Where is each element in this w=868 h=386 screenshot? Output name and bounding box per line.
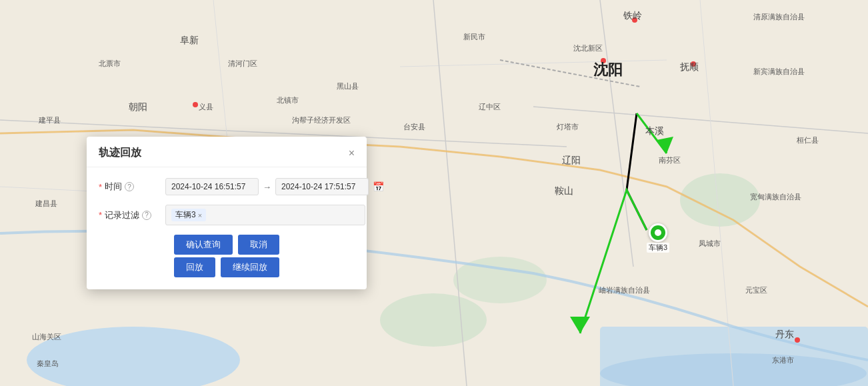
filter-tag-close[interactable]: × (198, 211, 202, 219)
calendar-icon[interactable]: 📅 (373, 181, 384, 192)
time-content: 2024-10-24 16:51:57 → 2024-10-24 17:51:5… (165, 178, 384, 195)
city-dot (691, 61, 696, 67)
filter-tag: 车辆3 × (171, 209, 206, 221)
cancel-button[interactable]: 取消 (238, 235, 279, 255)
btn-row-2: 回放 继续回放 (99, 257, 355, 277)
time-help-icon[interactable]: ? (125, 182, 134, 191)
vehicle-label: 车辆3 (647, 243, 669, 253)
filter-label-text: 记录过滤 (105, 209, 139, 221)
filter-content: 车辆3 × (165, 205, 365, 225)
time-end-input[interactable]: 2024-10-24 17:51:57 (275, 178, 369, 195)
confirm-query-button[interactable]: 确认查询 (174, 235, 233, 255)
svg-point-4 (380, 293, 487, 347)
filter-required-star: * (99, 210, 102, 220)
filter-input-box[interactable]: 车辆3 × (165, 205, 365, 225)
city-dot (795, 337, 800, 343)
dialog-header: 轨迹回放 × (87, 137, 367, 167)
vehicle-circle (649, 223, 667, 242)
time-label-text: 时间 (105, 181, 122, 193)
time-arrow: → (263, 182, 271, 192)
filter-tag-text: 车辆3 (175, 209, 196, 221)
dialog-close-button[interactable]: × (349, 148, 355, 159)
time-required-star: * (99, 182, 102, 192)
replay-button[interactable]: 回放 (174, 257, 215, 277)
time-label: * 时间 ? (99, 181, 165, 193)
filter-label: * 记录过滤 ? (99, 209, 165, 221)
dialog-body: * 时间 ? 2024-10-24 16:51:57 → 2024-10-24 … (87, 167, 367, 289)
time-start-input[interactable]: 2024-10-24 16:51:57 (165, 178, 259, 195)
continue-replay-button[interactable]: 继续回放 (221, 257, 279, 277)
vehicle-marker: 车辆3 (647, 223, 669, 253)
btn-row-1: 确认查询 取消 (99, 235, 355, 255)
track-replay-dialog: 轨迹回放 × * 时间 ? 2024-10-24 16:51:57 → 2024… (87, 137, 367, 289)
filter-help-icon[interactable]: ? (142, 211, 151, 220)
city-dot (193, 102, 198, 107)
time-row: * 时间 ? 2024-10-24 16:51:57 → 2024-10-24 … (99, 178, 355, 195)
map-container: 铁岭 清原满族自治县 新民市 阜新 沈北新区 沈阳 抚顺 北票市 清河门区 新宾… (0, 0, 868, 386)
city-dot (601, 58, 606, 63)
dialog-title: 轨迹回放 (99, 146, 141, 160)
filter-row: * 记录过滤 ? 车辆3 × (99, 205, 355, 225)
city-dot (632, 17, 637, 23)
